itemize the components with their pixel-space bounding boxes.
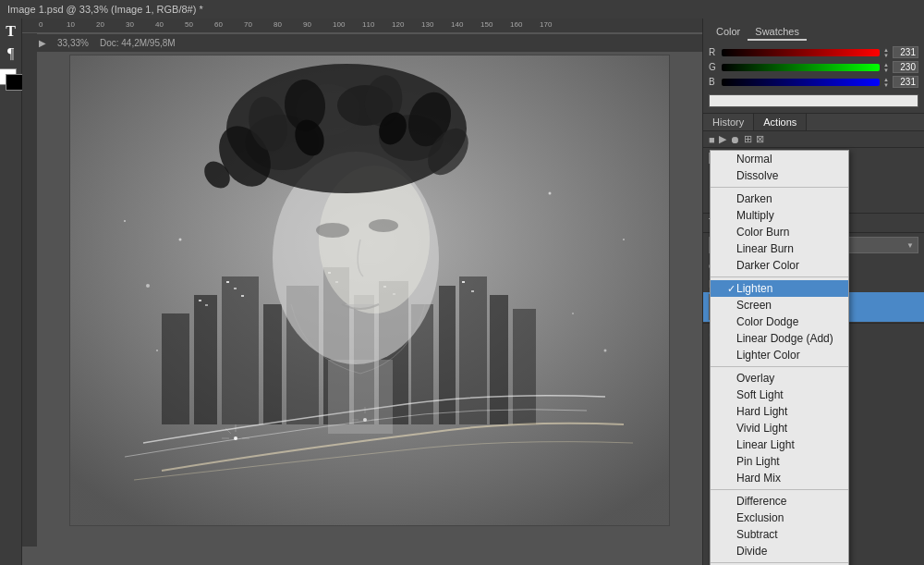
divider-4 xyxy=(711,489,848,490)
dropdown-item-overlay[interactable]: Overlay xyxy=(711,370,848,387)
svg-point-56 xyxy=(549,191,552,194)
canvas-svg xyxy=(69,55,670,526)
slider-row-g: G ▲▼ xyxy=(709,61,918,73)
slider-arrows-b[interactable]: ▲▼ xyxy=(883,77,889,88)
dropdown-item-normal[interactable]: Normal xyxy=(711,151,848,167)
svg-point-26 xyxy=(234,436,237,440)
dropdown-item-dissolve[interactable]: Dissolve xyxy=(711,167,848,184)
svg-rect-3 xyxy=(194,295,217,424)
dropdown-item-hard-mix[interactable]: Hard Mix xyxy=(711,470,848,486)
svg-point-59 xyxy=(604,349,607,351)
color-sliders: R ▲▼ G ▲▼ B ▲▼ xyxy=(709,46,918,107)
slider-row-b: B ▲▼ xyxy=(709,76,918,88)
dropdown-item-subtract[interactable]: Subtract xyxy=(711,526,848,543)
dropdown-item-screen[interactable]: Screen xyxy=(711,297,848,313)
dropdown-item-soft-light[interactable]: Soft Light xyxy=(711,387,848,403)
svg-point-60 xyxy=(124,220,126,222)
divider-3 xyxy=(711,366,848,367)
slider-value-g[interactable] xyxy=(893,61,918,73)
svg-rect-5 xyxy=(263,304,282,424)
slider-value-b[interactable] xyxy=(893,76,918,88)
dropdown-menu-container: Normal Dissolve Darken Multiply Color Bu… xyxy=(710,150,849,565)
canvas-wrapper xyxy=(37,33,702,547)
svg-rect-15 xyxy=(199,300,201,301)
tab-swatches[interactable]: Swatches xyxy=(748,24,807,41)
svg-rect-14 xyxy=(513,309,536,424)
title-bar: Image 1.psd @ 33,3% (Image 1, RGB/8#) * xyxy=(0,0,924,18)
svg-rect-2 xyxy=(162,313,189,424)
ruler-vertical xyxy=(22,33,37,547)
svg-rect-11 xyxy=(439,286,456,424)
svg-point-61 xyxy=(623,239,625,240)
svg-point-51 xyxy=(316,223,349,238)
slider-label-b: B xyxy=(709,77,718,87)
svg-point-57 xyxy=(572,313,574,314)
slider-label-r: R xyxy=(709,47,718,57)
svg-point-52 xyxy=(369,219,398,232)
history-panel-tabs: History Actions xyxy=(703,114,924,131)
actions-toolbar: ■ ▶ ⏺ ⊞ ⊠ xyxy=(703,131,924,148)
dropdown-item-difference[interactable]: Difference xyxy=(711,493,848,510)
color-panel: Color Swatches R ▲▼ G ▲▼ xyxy=(703,18,924,114)
dropdown-item-vivid-light[interactable]: Vivid Light xyxy=(711,420,848,436)
action-play-btn[interactable]: ▶ xyxy=(719,133,726,145)
svg-rect-16 xyxy=(205,304,208,306)
dropdown-item-color-dodge[interactable]: Color Dodge xyxy=(711,313,848,330)
svg-rect-13 xyxy=(490,295,508,424)
action-delete-btn[interactable]: ⊠ xyxy=(756,133,764,145)
action-new-btn[interactable]: ⊞ xyxy=(744,133,752,145)
tab-actions[interactable]: Actions xyxy=(754,114,807,130)
slider-track-g[interactable] xyxy=(722,64,880,71)
slider-value-r[interactable] xyxy=(893,46,918,58)
svg-point-54 xyxy=(179,238,182,240)
dropdown-item-hard-light[interactable]: Hard Light xyxy=(711,403,848,420)
dropdown-item-linear-burn[interactable]: Linear Burn xyxy=(711,240,848,257)
canvas-area: 0 10 20 30 40 50 60 70 80 90 100 110 120… xyxy=(22,18,702,565)
blend-arrow-icon: ▼ xyxy=(906,241,914,250)
svg-rect-25 xyxy=(471,290,474,292)
background-color[interactable] xyxy=(6,74,24,91)
dropdown-item-lighter-color[interactable]: Lighter Color xyxy=(711,347,848,363)
window-title: Image 1.psd @ 33,3% (Image 1, RGB/8#) * xyxy=(7,4,203,15)
action-stop-btn[interactable]: ■ xyxy=(709,134,715,145)
tab-color[interactable]: Color xyxy=(709,24,748,41)
slider-arrows-r[interactable]: ▲▼ xyxy=(883,47,889,58)
slider-arrows-g[interactable]: ▲▼ xyxy=(883,62,889,73)
tab-history[interactable]: History xyxy=(703,114,754,130)
dropdown-item-color-burn[interactable]: Color Burn xyxy=(711,224,848,240)
divider-5 xyxy=(711,562,848,563)
svg-rect-24 xyxy=(462,281,465,283)
slider-label-g: G xyxy=(709,62,718,72)
dropdown-item-linear-light[interactable]: Linear Light xyxy=(711,436,848,453)
ruler-horizontal: 0 10 20 30 40 50 60 70 80 90 100 110 120… xyxy=(22,18,702,33)
slider-track-r[interactable] xyxy=(722,49,880,56)
color-panel-tabs: Color Swatches xyxy=(709,24,918,41)
divider-1 xyxy=(711,187,848,188)
dropdown-item-exclusion[interactable]: Exclusion xyxy=(711,510,848,526)
dropdown-item-darker-color[interactable]: Darker Color xyxy=(711,257,848,274)
action-record-btn[interactable]: ⏺ xyxy=(730,134,740,145)
tool-text[interactable]: T xyxy=(2,22,20,41)
svg-rect-53 xyxy=(328,360,393,434)
svg-point-55 xyxy=(156,350,158,351)
svg-rect-18 xyxy=(234,288,237,289)
svg-rect-4 xyxy=(222,276,259,424)
slider-row-r: R ▲▼ xyxy=(709,46,918,58)
dropdown-item-divide[interactable]: Divide xyxy=(711,543,848,559)
dropdown-item-darken[interactable]: Darken xyxy=(711,190,848,207)
dropdown-item-lighten[interactable]: ✓Lighten xyxy=(711,280,848,297)
slider-track-b[interactable] xyxy=(722,79,880,86)
canvas-image[interactable] xyxy=(69,55,670,526)
svg-rect-19 xyxy=(241,295,244,297)
left-toolbar: T ¶ xyxy=(0,18,22,565)
dropdown-item-pin-light[interactable]: Pin Light xyxy=(711,453,848,470)
tool-paragraph[interactable]: ¶ xyxy=(2,44,20,63)
svg-rect-12 xyxy=(459,276,487,424)
dropdown-item-multiply[interactable]: Multiply xyxy=(711,207,848,224)
svg-rect-17 xyxy=(226,281,229,283)
color-swatches[interactable] xyxy=(0,68,24,91)
color-preview-bar xyxy=(709,94,918,107)
divider-2 xyxy=(711,276,848,277)
svg-point-58 xyxy=(146,284,150,288)
dropdown-item-linear-dodge[interactable]: Linear Dodge (Add) xyxy=(711,330,848,347)
